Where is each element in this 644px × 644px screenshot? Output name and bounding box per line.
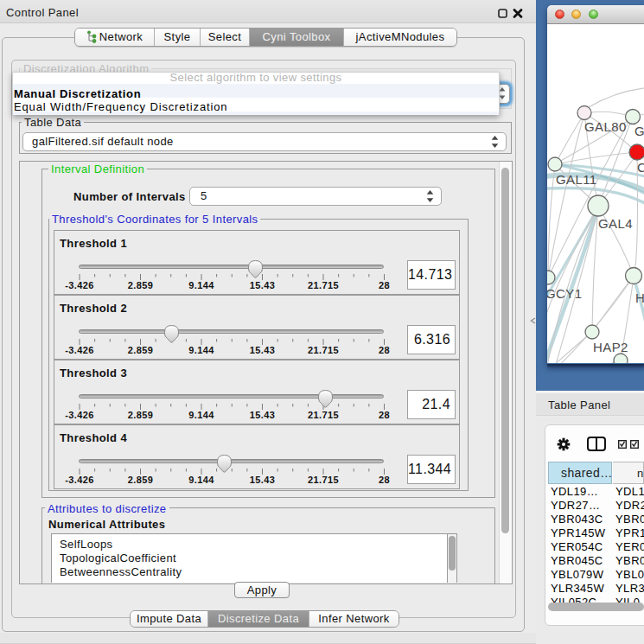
svg-text:C: C xyxy=(637,160,644,175)
svg-text:GCY1: GCY1 xyxy=(547,286,582,301)
svg-text:HAP2: HAP2 xyxy=(593,340,628,354)
svg-text:GAL80: GAL80 xyxy=(584,119,627,134)
svg-text:GAL11: GAL11 xyxy=(556,172,597,187)
svg-text:GA: GA xyxy=(634,124,644,138)
svg-text:GAL4: GAL4 xyxy=(598,216,633,231)
svg-text:H: H xyxy=(635,290,644,305)
